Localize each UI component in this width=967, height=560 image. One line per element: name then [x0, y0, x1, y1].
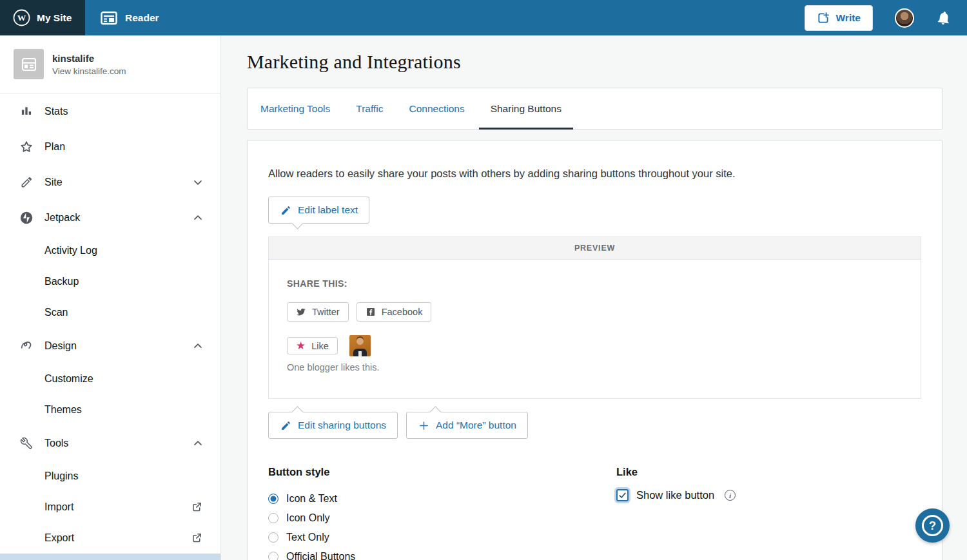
show-like-button-label: Show like button — [636, 489, 714, 501]
preview-body: SHARE THIS: Twitter Facebook ★ Like — [269, 260, 921, 398]
radio-icon[interactable] — [268, 513, 278, 523]
sidebar: kinstalife View kinstalife.com Stats Pla… — [0, 35, 221, 560]
notifications-bell-icon[interactable] — [936, 10, 952, 26]
like-button[interactable]: ★ Like — [287, 337, 338, 354]
external-link-icon — [191, 532, 204, 545]
sidebar-item-activity-log[interactable]: Activity Log — [0, 235, 220, 266]
sidebar-item-plan[interactable]: Plan — [0, 129, 220, 164]
site-icon — [14, 49, 44, 79]
like-section: Like Show like button i — [616, 466, 736, 560]
write-label: Write — [836, 12, 861, 24]
info-icon[interactable]: i — [725, 490, 736, 501]
profile-avatar[interactable] — [895, 8, 914, 28]
tab-traffic[interactable]: Traffic — [356, 88, 383, 129]
twitter-share-button[interactable]: Twitter — [287, 302, 349, 322]
twitter-icon — [296, 307, 306, 317]
wrench-icon — [19, 436, 34, 450]
tab-sharing-buttons[interactable]: Sharing Buttons — [491, 88, 562, 129]
squiggle-icon — [19, 339, 34, 353]
sidebar-item-backup[interactable]: Backup — [0, 266, 220, 297]
chevron-up-icon — [191, 340, 204, 352]
pencil-icon — [19, 175, 34, 189]
write-button[interactable]: Write — [805, 5, 873, 31]
page-title: Marketing and Integrations — [247, 51, 943, 73]
sidebar-item-customize[interactable]: Customize — [0, 363, 220, 394]
wordpress-logo-icon: W — [13, 9, 30, 26]
share-this-label: SHARE THIS: — [287, 278, 903, 289]
write-icon — [817, 12, 830, 24]
liker-avatar[interactable] — [349, 335, 371, 356]
my-site-button[interactable]: W My Site — [0, 0, 85, 35]
show-like-button-checkbox[interactable] — [616, 489, 629, 501]
edit-label-text-button[interactable]: Edit label text — [268, 197, 369, 224]
pencil-icon — [280, 204, 291, 216]
masthead-right: Write — [805, 0, 967, 35]
sidebar-item-scan[interactable]: Scan — [0, 297, 220, 328]
star-icon — [19, 140, 34, 154]
sidebar-item-jetpack[interactable]: Jetpack — [0, 200, 220, 235]
sidebar-item-stats[interactable]: Stats — [0, 93, 220, 129]
radio-icon-only[interactable]: Icon Only — [268, 508, 616, 528]
button-style-heading: Button style — [268, 466, 616, 478]
masthead: W My Site Reader Write — [0, 0, 967, 35]
tab-connections[interactable]: Connections — [409, 88, 464, 129]
jetpack-icon — [19, 211, 34, 225]
panel-description: Allow readers to easily share your posts… — [268, 168, 921, 180]
reader-icon — [101, 11, 117, 25]
chevron-down-icon — [191, 176, 204, 189]
sidebar-item-design[interactable]: Design — [0, 328, 220, 363]
main-content: Marketing and Integrations Marketing Too… — [221, 35, 967, 560]
external-link-icon — [191, 501, 204, 514]
edit-sharing-buttons-button[interactable]: Edit sharing buttons — [268, 412, 398, 439]
chevron-up-icon — [191, 437, 204, 450]
facebook-icon — [366, 307, 376, 317]
radio-text-only[interactable]: Text Only — [268, 528, 616, 547]
radio-selected-icon[interactable] — [268, 494, 278, 504]
sidebar-item-plugins[interactable]: Plugins — [0, 461, 220, 492]
sidebar-item-site[interactable]: Site — [0, 164, 220, 200]
preview-header: PREVIEW — [269, 237, 921, 260]
liker-caption: One blogger likes this. — [287, 362, 903, 372]
sidebar-item-export[interactable]: Export — [0, 523, 220, 554]
section-tabs: Marketing Tools Traffic Connections Shar… — [247, 88, 943, 130]
tab-marketing-tools[interactable]: Marketing Tools — [260, 88, 330, 129]
help-button[interactable]: ? — [915, 508, 950, 543]
radio-icon-and-text[interactable]: Icon & Text — [268, 489, 616, 508]
radio-official-buttons[interactable]: Official Buttons — [268, 547, 616, 560]
sidebar-item-selected[interactable] — [0, 554, 220, 560]
add-more-button[interactable]: Add “More” button — [406, 412, 528, 439]
svg-text:W: W — [17, 13, 26, 23]
reader-label: Reader — [125, 12, 159, 24]
pencil-icon — [280, 420, 291, 431]
like-heading: Like — [616, 466, 736, 478]
site-switcher[interactable]: kinstalife View kinstalife.com — [0, 35, 220, 93]
facebook-share-button[interactable]: Facebook — [357, 302, 432, 322]
chevron-up-icon — [191, 211, 204, 224]
sharing-preview: PREVIEW SHARE THIS: Twitter Facebook ★ — [268, 237, 921, 399]
sidebar-item-import[interactable]: Import — [0, 492, 220, 523]
reader-button[interactable]: Reader — [85, 0, 159, 35]
site-view-link[interactable]: View kinstalife.com — [52, 66, 126, 76]
button-style-section: Button style Icon & Text Icon Only Text … — [268, 466, 616, 560]
sidebar-item-tools[interactable]: Tools — [0, 425, 220, 461]
question-mark-icon: ? — [922, 515, 943, 536]
sidebar-item-themes[interactable]: Themes — [0, 394, 220, 425]
stats-icon — [19, 104, 34, 119]
radio-icon[interactable] — [268, 532, 278, 543]
plus-icon — [418, 420, 429, 431]
sidebar-nav: Stats Plan Site Jetpack Acti — [0, 93, 220, 560]
radio-icon[interactable] — [268, 552, 278, 560]
star-icon: ★ — [296, 340, 306, 351]
sharing-buttons-panel: Allow readers to easily share your posts… — [247, 140, 943, 560]
my-site-label: My Site — [37, 12, 72, 24]
site-name: kinstalife — [52, 53, 126, 64]
